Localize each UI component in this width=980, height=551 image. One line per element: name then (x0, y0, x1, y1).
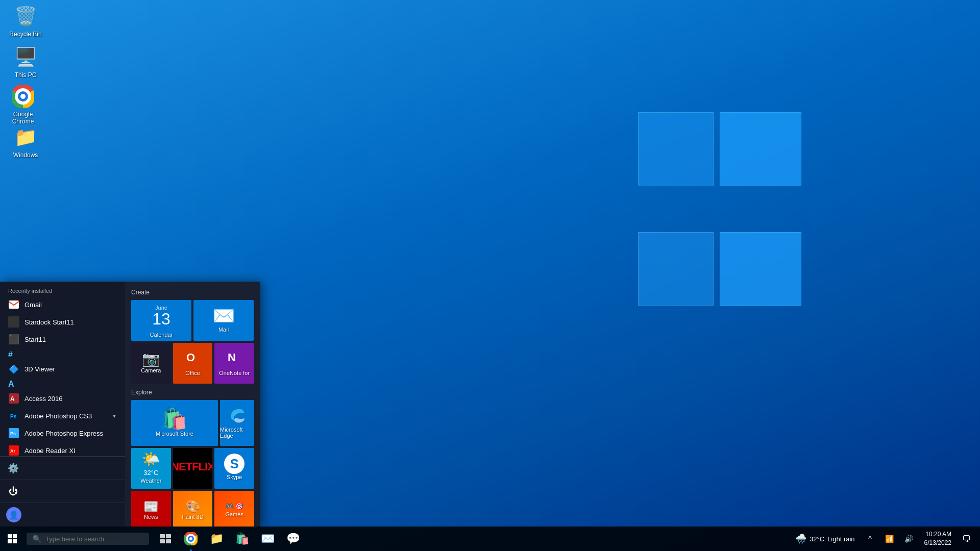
app-item-adobe-ps-express[interactable]: Ps Adobe Photoshop Express (0, 424, 125, 442)
tile-news[interactable]: 📰 News (131, 491, 171, 527)
chevron-up-icon: ^ (868, 535, 872, 543)
svg-rect-32 (160, 539, 165, 543)
user-account-button[interactable]: 👤 (0, 503, 125, 527)
taskbar-ms-store[interactable]: 🛍️ (230, 527, 254, 551)
ms-store-tile-icon: 🛍️ (162, 407, 187, 431)
app-item-3d-viewer[interactable]: 🔷 3D Viewer (0, 360, 125, 378)
adobe-reader-icon: Ar (8, 445, 19, 456)
adobe-reader-label: Adobe Reader XI (24, 447, 117, 455)
windows-folder-icon: 📁 (13, 125, 38, 149)
start-button[interactable] (0, 527, 24, 551)
weather-tile-temp: 32°C (143, 469, 158, 477)
notification-center-button[interactable]: 🗨 (958, 527, 976, 551)
network-icon: 📶 (885, 535, 894, 543)
tile-games[interactable]: 🎮🎯 Games (214, 491, 254, 527)
tile-ms-store[interactable]: 🛍️ Microsoft Store (131, 400, 218, 446)
section-hash: # (0, 348, 125, 360)
gmail-label: Gmail (24, 301, 117, 309)
svg-rect-29 (13, 539, 17, 543)
start11-label: Start11 (24, 336, 117, 343)
create-section-label: Create (131, 289, 254, 296)
adobe-ps-express-icon: Ps (8, 428, 19, 439)
tile-office[interactable]: O Office (173, 343, 213, 384)
tiles-row-1: June 13 Calendar ✉️ Mail (131, 300, 254, 341)
news-tile-label: News (144, 514, 158, 520)
svg-point-37 (189, 537, 192, 540)
power-button[interactable]: ⏻ (0, 480, 125, 503)
taskbar-chrome[interactable] (179, 527, 203, 551)
svg-rect-30 (160, 534, 165, 538)
chrome-label: Google Chrome (3, 111, 43, 125)
svg-text:Ar: Ar (10, 448, 15, 454)
tiles-row-5: 📰 News 🎨 Paint 3D 🎮🎯 Games (131, 491, 254, 527)
tile-skype[interactable]: S Skype (214, 448, 254, 489)
tile-weather[interactable]: 🌤️ 32°C Weather (131, 448, 171, 489)
tiles-row-4: 🌤️ 32°C Weather NETFLIX S Skype (131, 448, 254, 489)
settings-button[interactable]: ⚙️ (0, 457, 125, 480)
desktop-icon-this-pc[interactable]: 🖥️ This PC (5, 45, 46, 79)
taskbar-search[interactable]: 🔍 (27, 533, 149, 545)
ms-edge-tile-icon (227, 404, 248, 427)
tile-camera[interactable]: 📷 Camera (131, 343, 171, 384)
taskbar-file-explorer[interactable]: 📁 (204, 527, 229, 551)
app-item-adobe-ps-cs3[interactable]: Ps Adobe Photoshop CS3 ▼ (0, 407, 125, 424)
tile-calendar[interactable]: June 13 Calendar (131, 300, 191, 341)
taskbar-task-view[interactable] (153, 527, 178, 551)
taskbar-search-icon: 🔍 (33, 535, 41, 543)
tile-mail[interactable]: ✉️ Mail (193, 300, 254, 341)
weather-tray-icon: 🌧️ (795, 533, 806, 544)
explore-section-label: Explore (131, 389, 254, 396)
tile-netflix[interactable]: NETFLIX (173, 448, 213, 489)
ms-store-taskbar-icon: 🛍️ (235, 532, 249, 545)
windows-start-icon (8, 534, 17, 543)
chrome-taskbar-icon (184, 532, 198, 545)
recycle-bin-icon: 🗑️ (13, 4, 38, 29)
desktop-icon-windows[interactable]: 📁 Windows (5, 125, 46, 159)
file-explorer-icon: 📁 (210, 532, 224, 545)
app-list: Gmail Stardock Start11 ⬛ Start11 # 🔷 3D … (0, 296, 125, 456)
svg-rect-31 (166, 534, 171, 538)
stardock-icon (8, 316, 19, 328)
taskbar-pinned-apps: 📁 🛍️ ✉️ 💬 (153, 527, 305, 551)
desktop-icon-chrome[interactable]: Google Chrome (3, 84, 43, 125)
games-tile-label: Games (225, 511, 243, 517)
app-item-gmail[interactable]: Gmail (0, 296, 125, 313)
app-item-stardock-start11[interactable]: Stardock Start11 (0, 313, 125, 331)
svg-text:O: O (186, 351, 195, 364)
clock-display[interactable]: 10:20 AM 6/13/2022 (920, 528, 955, 549)
app-item-access2016[interactable]: A Access 2016 (0, 390, 125, 407)
weather-tile-label: Weather (140, 478, 161, 484)
mail-taskbar-icon: ✉️ (261, 532, 275, 545)
taskbar-mail[interactable]: ✉️ (255, 527, 280, 551)
app-item-start11[interactable]: ⬛ Start11 (0, 331, 125, 348)
desktop-icon-recycle-bin[interactable]: 🗑️ Recycle Bin (5, 4, 46, 38)
app-item-adobe-reader[interactable]: Ar Adobe Reader XI (0, 442, 125, 456)
volume-icon: 🔊 (904, 535, 913, 543)
3d-viewer-icon: 🔷 (8, 363, 19, 374)
clock-date: 6/13/2022 (924, 539, 951, 547)
task-view-icon (160, 534, 171, 543)
taskbar-weather[interactable]: 🌧️ 32°C Light rain (791, 531, 859, 546)
taskbar-right: 🌧️ 32°C Light rain ^ 📶 🔊 10:20 AM 6/13/2… (791, 527, 980, 551)
taskbar-search-input[interactable] (45, 535, 137, 543)
tray-volume-icon[interactable]: 🔊 (900, 530, 918, 548)
taskbar-discord[interactable]: 💬 (281, 527, 305, 551)
svg-point-3 (20, 94, 26, 99)
tray-network-icon[interactable]: 📶 (880, 530, 899, 548)
svg-rect-33 (166, 539, 171, 543)
games-tile-icons: 🎮🎯 (225, 502, 243, 510)
tile-ms-edge[interactable]: Microsoft Edge (220, 400, 254, 446)
weather-tray-condition: Light rain (827, 535, 854, 543)
calendar-day: 13 (152, 311, 170, 327)
tray-expand-button[interactable]: ^ (861, 530, 879, 548)
adobe-ps-cs3-label: Adobe Photoshop CS3 (24, 412, 107, 420)
access-icon: A (8, 393, 19, 404)
start-menu-left-panel: Recently installed Gmail Stardock Start1… (0, 282, 125, 527)
tile-paint3d[interactable]: 🎨 Paint 3D (173, 491, 213, 527)
tile-onenote[interactable]: N OneNote for (214, 343, 254, 384)
mail-tile-icon: ✉️ (212, 305, 235, 327)
paint3d-tile-icon: 🎨 (185, 499, 201, 514)
notification-icon: 🗨 (962, 534, 971, 544)
skype-tile-icon: S (224, 454, 244, 474)
svg-rect-28 (8, 539, 12, 543)
